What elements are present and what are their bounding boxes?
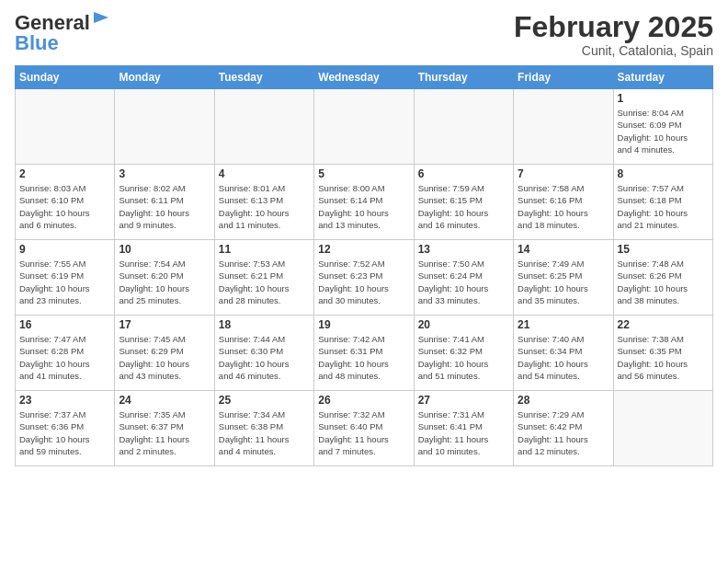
day-info: Sunrise: 7:41 AM Sunset: 6:32 PM Dayligh…	[418, 333, 509, 382]
calendar-cell: 4Sunrise: 8:01 AM Sunset: 6:13 PM Daylig…	[214, 165, 313, 240]
day-number: 2	[19, 167, 110, 180]
day-number: 11	[219, 243, 310, 256]
month-title: February 2025	[514, 11, 713, 43]
calendar-cell: 3Sunrise: 8:02 AM Sunset: 6:11 PM Daylig…	[115, 165, 214, 240]
day-info: Sunrise: 7:37 AM Sunset: 6:36 PM Dayligh…	[19, 408, 110, 457]
day-info: Sunrise: 7:38 AM Sunset: 6:35 PM Dayligh…	[618, 333, 709, 382]
day-number: 20	[418, 318, 509, 331]
day-number: 1	[618, 92, 709, 105]
calendar-cell: 14Sunrise: 7:49 AM Sunset: 6:25 PM Dayli…	[514, 240, 613, 316]
calendar-cell: 15Sunrise: 7:48 AM Sunset: 6:26 PM Dayli…	[613, 240, 712, 316]
calendar-week-5: 23Sunrise: 7:37 AM Sunset: 6:36 PM Dayli…	[16, 391, 713, 466]
day-number: 5	[318, 167, 409, 180]
calendar-cell	[414, 89, 513, 165]
day-number: 28	[518, 394, 609, 407]
day-number: 8	[618, 167, 709, 180]
calendar-week-2: 2Sunrise: 8:03 AM Sunset: 6:10 PM Daylig…	[16, 165, 713, 240]
day-info: Sunrise: 7:35 AM Sunset: 6:37 PM Dayligh…	[119, 408, 210, 457]
day-number: 27	[418, 394, 509, 407]
day-number: 14	[518, 243, 609, 256]
day-number: 21	[518, 318, 609, 331]
calendar-cell: 10Sunrise: 7:54 AM Sunset: 6:20 PM Dayli…	[115, 240, 214, 316]
day-number: 3	[119, 167, 210, 180]
day-info: Sunrise: 8:03 AM Sunset: 6:10 PM Dayligh…	[19, 182, 110, 231]
calendar-cell: 17Sunrise: 7:45 AM Sunset: 6:29 PM Dayli…	[115, 316, 214, 391]
calendar-cell: 7Sunrise: 7:58 AM Sunset: 6:16 PM Daylig…	[514, 165, 613, 240]
day-info: Sunrise: 7:52 AM Sunset: 6:23 PM Dayligh…	[318, 258, 409, 306]
calendar-cell: 19Sunrise: 7:42 AM Sunset: 6:31 PM Dayli…	[314, 316, 414, 391]
day-info: Sunrise: 7:57 AM Sunset: 6:18 PM Dayligh…	[618, 182, 709, 231]
day-info: Sunrise: 8:02 AM Sunset: 6:11 PM Dayligh…	[119, 182, 210, 231]
day-number: 4	[219, 167, 310, 180]
weekday-header-sunday: Sunday	[16, 66, 115, 89]
day-info: Sunrise: 7:53 AM Sunset: 6:21 PM Dayligh…	[219, 258, 310, 306]
calendar-cell: 28Sunrise: 7:29 AM Sunset: 6:42 PM Dayli…	[514, 391, 613, 466]
day-info: Sunrise: 7:32 AM Sunset: 6:40 PM Dayligh…	[318, 408, 409, 457]
logo: General Blue	[15, 11, 110, 55]
calendar-cell: 2Sunrise: 8:03 AM Sunset: 6:10 PM Daylig…	[16, 165, 115, 240]
calendar-header-row: SundayMondayTuesdayWednesdayThursdayFrid…	[16, 66, 713, 89]
day-info: Sunrise: 7:54 AM Sunset: 6:20 PM Dayligh…	[119, 258, 210, 306]
day-number: 16	[19, 318, 110, 331]
day-number: 25	[219, 394, 310, 407]
calendar-cell: 11Sunrise: 7:53 AM Sunset: 6:21 PM Dayli…	[214, 240, 313, 316]
day-info: Sunrise: 7:29 AM Sunset: 6:42 PM Dayligh…	[518, 408, 609, 457]
day-info: Sunrise: 7:31 AM Sunset: 6:41 PM Dayligh…	[418, 408, 509, 457]
calendar-cell: 21Sunrise: 7:40 AM Sunset: 6:34 PM Dayli…	[514, 316, 613, 391]
day-number: 26	[318, 394, 409, 407]
day-number: 17	[119, 318, 210, 331]
calendar-table: SundayMondayTuesdayWednesdayThursdayFrid…	[15, 65, 713, 466]
day-number: 12	[318, 243, 409, 256]
day-number: 18	[219, 318, 310, 331]
calendar-cell: 26Sunrise: 7:32 AM Sunset: 6:40 PM Dayli…	[314, 391, 414, 466]
calendar-cell: 16Sunrise: 7:47 AM Sunset: 6:28 PM Dayli…	[16, 316, 115, 391]
day-number: 15	[618, 243, 709, 256]
day-info: Sunrise: 7:42 AM Sunset: 6:31 PM Dayligh…	[318, 333, 409, 382]
calendar-cell	[314, 89, 414, 165]
weekday-header-wednesday: Wednesday	[314, 66, 414, 89]
calendar-cell	[613, 391, 712, 466]
weekday-header-saturday: Saturday	[613, 66, 712, 89]
day-info: Sunrise: 7:44 AM Sunset: 6:30 PM Dayligh…	[219, 333, 310, 382]
calendar-cell: 25Sunrise: 7:34 AM Sunset: 6:38 PM Dayli…	[214, 391, 313, 466]
calendar-cell	[214, 89, 313, 165]
calendar-cell: 1Sunrise: 8:04 AM Sunset: 6:09 PM Daylig…	[613, 89, 712, 165]
weekday-header-thursday: Thursday	[414, 66, 513, 89]
calendar-cell: 8Sunrise: 7:57 AM Sunset: 6:18 PM Daylig…	[613, 165, 712, 240]
day-number: 9	[19, 243, 110, 256]
day-info: Sunrise: 7:49 AM Sunset: 6:25 PM Dayligh…	[518, 258, 609, 306]
day-info: Sunrise: 8:01 AM Sunset: 6:13 PM Dayligh…	[219, 182, 310, 231]
day-number: 24	[119, 394, 210, 407]
weekday-header-monday: Monday	[115, 66, 214, 89]
logo-flag-icon	[92, 10, 110, 29]
day-number: 19	[318, 318, 409, 331]
calendar-cell: 22Sunrise: 7:38 AM Sunset: 6:35 PM Dayli…	[613, 316, 712, 391]
day-info: Sunrise: 7:50 AM Sunset: 6:24 PM Dayligh…	[418, 258, 509, 306]
day-info: Sunrise: 7:58 AM Sunset: 6:16 PM Dayligh…	[518, 182, 609, 231]
calendar-cell	[514, 89, 613, 165]
day-info: Sunrise: 8:04 AM Sunset: 6:09 PM Dayligh…	[618, 107, 709, 155]
weekday-header-tuesday: Tuesday	[214, 66, 313, 89]
calendar-cell	[115, 89, 214, 165]
calendar-cell: 20Sunrise: 7:41 AM Sunset: 6:32 PM Dayli…	[414, 316, 513, 391]
day-info: Sunrise: 7:34 AM Sunset: 6:38 PM Dayligh…	[219, 408, 310, 457]
location: Cunit, Catalonia, Spain	[514, 43, 713, 58]
day-info: Sunrise: 7:55 AM Sunset: 6:19 PM Dayligh…	[19, 258, 110, 306]
day-info: Sunrise: 7:48 AM Sunset: 6:26 PM Dayligh…	[618, 258, 709, 306]
calendar-cell: 27Sunrise: 7:31 AM Sunset: 6:41 PM Dayli…	[414, 391, 513, 466]
calendar-week-3: 9Sunrise: 7:55 AM Sunset: 6:19 PM Daylig…	[16, 240, 713, 316]
calendar-cell: 9Sunrise: 7:55 AM Sunset: 6:19 PM Daylig…	[16, 240, 115, 316]
day-number: 10	[119, 243, 210, 256]
title-block: February 2025 Cunit, Catalonia, Spain	[514, 11, 713, 58]
day-info: Sunrise: 7:45 AM Sunset: 6:29 PM Dayligh…	[119, 333, 210, 382]
calendar-week-4: 16Sunrise: 7:47 AM Sunset: 6:28 PM Dayli…	[16, 316, 713, 391]
svg-marker-0	[94, 12, 108, 23]
calendar-cell: 5Sunrise: 8:00 AM Sunset: 6:14 PM Daylig…	[314, 165, 414, 240]
calendar-week-1: 1Sunrise: 8:04 AM Sunset: 6:09 PM Daylig…	[16, 89, 713, 165]
calendar-cell: 23Sunrise: 7:37 AM Sunset: 6:36 PM Dayli…	[16, 391, 115, 466]
day-number: 22	[618, 318, 709, 331]
day-info: Sunrise: 7:47 AM Sunset: 6:28 PM Dayligh…	[19, 333, 110, 382]
calendar-cell: 13Sunrise: 7:50 AM Sunset: 6:24 PM Dayli…	[414, 240, 513, 316]
calendar-cell	[16, 89, 115, 165]
page-header: General Blue February 2025 Cunit, Catalo…	[15, 11, 713, 58]
